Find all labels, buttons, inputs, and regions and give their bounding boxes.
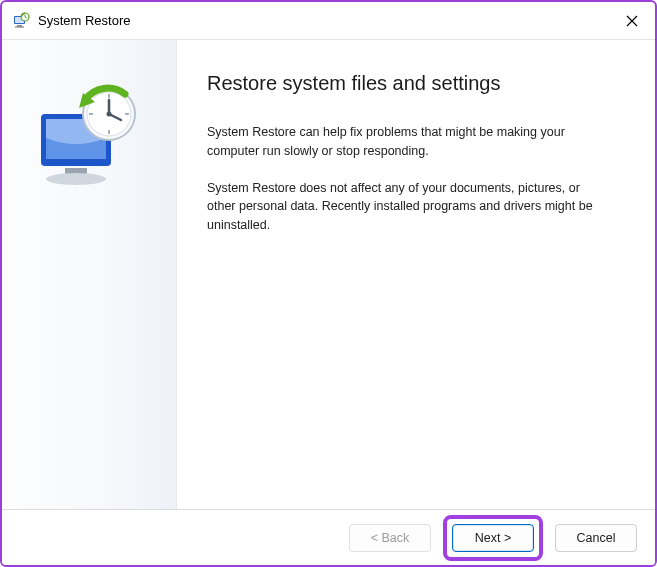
system-restore-illustration-icon [29,78,149,198]
window-title: System Restore [38,13,130,28]
next-button[interactable]: Next > [452,524,534,552]
svg-rect-3 [15,26,24,27]
next-button-highlight: Next > [443,515,543,561]
titlebar: System Restore [2,2,655,40]
system-restore-icon [12,12,30,30]
close-button[interactable] [609,2,655,40]
description-paragraph-1: System Restore can help fix problems tha… [207,123,607,161]
close-icon [626,15,638,27]
content-area: Restore system files and settings System… [2,40,655,509]
description-paragraph-2: System Restore does not affect any of yo… [207,179,607,235]
svg-rect-2 [17,25,22,27]
wizard-sidebar [2,40,177,509]
wizard-footer: < Back Next > Cancel [2,509,655,565]
back-button: < Back [349,524,431,552]
svg-point-17 [107,112,112,117]
svg-point-8 [46,173,106,185]
page-heading: Restore system files and settings [207,72,617,95]
wizard-main: Restore system files and settings System… [177,40,655,509]
cancel-button[interactable]: Cancel [555,524,637,552]
